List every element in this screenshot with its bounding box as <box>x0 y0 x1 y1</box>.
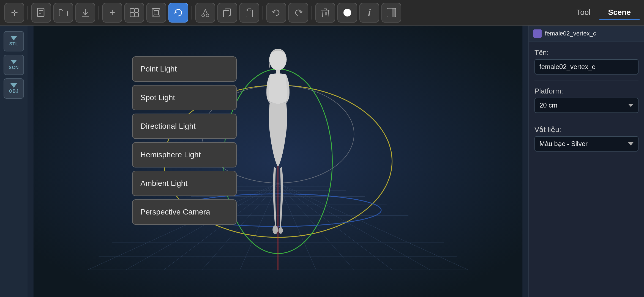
material-field-group: Vật liệu: Màu bạc - Silver <box>534 125 638 152</box>
material-chevron-icon <box>628 142 634 145</box>
svg-rect-9 <box>135 13 138 17</box>
scn-button[interactable]: SCN <box>4 55 24 75</box>
layout-button[interactable] <box>381 3 401 23</box>
point-light-option[interactable]: Point Light <box>132 56 237 82</box>
perspective-camera-option[interactable]: Perspective Camera <box>132 199 237 225</box>
object-color-indicator <box>533 29 542 38</box>
copy-button[interactable] <box>217 3 237 23</box>
stl-button[interactable]: STL <box>4 31 24 51</box>
rotate-button[interactable] <box>168 3 188 23</box>
svg-point-63 <box>279 227 283 234</box>
svg-point-31 <box>343 9 351 16</box>
directional-light-option[interactable]: Directional Light <box>132 114 237 139</box>
dropdown-menu: Point Light Spot Light Directional Light… <box>132 56 237 225</box>
svg-rect-11 <box>154 10 159 15</box>
tab-tool[interactable]: Tool <box>567 6 599 20</box>
svg-rect-6 <box>130 9 134 12</box>
viewport: Point Light Spot Light Directional Light… <box>28 26 528 297</box>
undo-button[interactable] <box>266 3 286 23</box>
scn-arrow-icon <box>10 60 17 64</box>
svg-line-19 <box>205 9 208 14</box>
transform-button[interactable] <box>124 3 144 23</box>
svg-rect-33 <box>392 8 396 17</box>
svg-rect-21 <box>223 10 229 17</box>
separator-5 <box>312 6 312 20</box>
platform-chevron-icon <box>628 104 634 107</box>
info-button[interactable]: i <box>359 3 379 23</box>
separator-1 <box>28 6 28 20</box>
stl-arrow-icon <box>10 36 17 40</box>
redo-button[interactable] <box>288 3 308 23</box>
spot-light-option[interactable]: Spot Light <box>132 85 237 110</box>
delete-button[interactable] <box>315 3 335 23</box>
right-panel: female02_vertex_c Tên: Platform: 20 cm V… <box>528 26 644 297</box>
material-field-label: Vật liệu: <box>534 125 638 134</box>
obj-label: OBJ <box>9 89 19 94</box>
scene-svg <box>28 26 528 297</box>
right-panel-body: Tên: Platform: 20 cm Vật liệu: Màu bạc -… <box>529 42 644 158</box>
stl-label: STL <box>9 42 18 46</box>
main-area: STL SCN OBJ <box>0 26 644 297</box>
separator-4 <box>263 6 263 20</box>
obj-arrow-icon <box>10 83 17 88</box>
move-button[interactable]: ✛ <box>4 3 24 23</box>
svg-point-17 <box>206 14 209 17</box>
open-button[interactable] <box>53 3 73 23</box>
object-name-display: female02_vertex_c <box>545 30 596 37</box>
add-button[interactable]: + <box>102 3 122 23</box>
new-button[interactable] <box>31 3 51 23</box>
right-panel-header: female02_vertex_c <box>529 26 644 42</box>
divider-1 <box>534 81 638 81</box>
platform-select-value: 20 cm <box>539 101 557 109</box>
separator-2 <box>99 6 99 20</box>
paste-button[interactable] <box>239 3 259 23</box>
toolbar-tabs: Tool Scene <box>567 6 640 20</box>
platform-field-label: Platform: <box>534 87 638 95</box>
material-select[interactable]: Màu bạc - Silver <box>534 136 638 152</box>
svg-line-18 <box>203 9 205 14</box>
divider-2 <box>534 119 638 119</box>
svg-point-62 <box>272 225 278 234</box>
svg-point-16 <box>202 14 204 17</box>
cut-button[interactable] <box>195 3 215 23</box>
platform-select[interactable]: 20 cm <box>534 98 638 113</box>
toolbar: ✛ + <box>0 0 644 26</box>
obj-button[interactable]: OBJ <box>4 78 24 99</box>
scn-label: SCN <box>9 65 19 70</box>
download-button[interactable] <box>75 3 95 23</box>
svg-rect-27 <box>324 9 327 10</box>
ambient-light-option[interactable]: Ambient Light <box>132 171 237 196</box>
name-field-label: Tên: <box>534 48 638 57</box>
svg-rect-8 <box>130 13 134 17</box>
hemisphere-light-option[interactable]: Hemisphere Light <box>132 142 237 167</box>
material-select-value: Màu bạc - Silver <box>539 140 588 148</box>
name-field-group: Tên: <box>534 48 638 75</box>
separator-3 <box>192 6 192 20</box>
tab-scene[interactable]: Scene <box>599 6 640 20</box>
svg-line-12 <box>152 9 154 10</box>
scale-button[interactable] <box>146 3 166 23</box>
svg-rect-7 <box>135 9 138 12</box>
platform-field-group: Platform: 20 cm <box>534 87 638 113</box>
name-field-input[interactable] <box>534 59 638 75</box>
circle-button[interactable] <box>337 3 357 23</box>
left-sidebar: STL SCN OBJ <box>0 26 28 297</box>
svg-rect-24 <box>248 9 251 11</box>
